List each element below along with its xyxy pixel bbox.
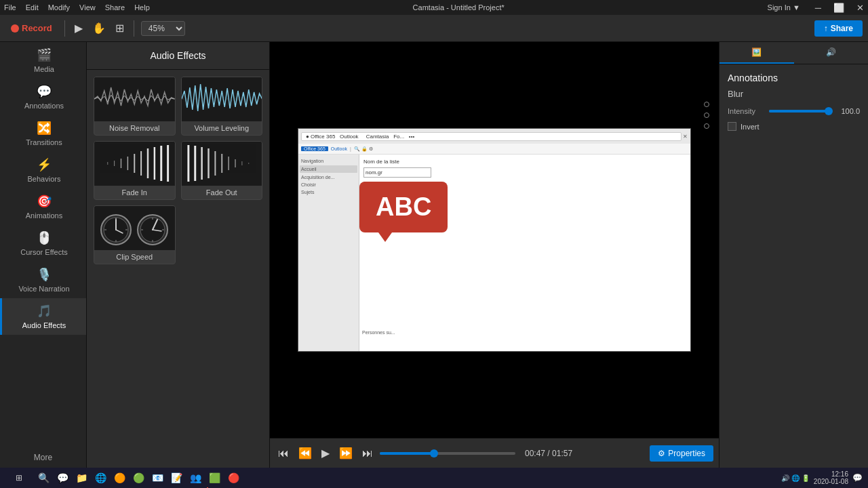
- volume-leveling-thumb: [182, 77, 262, 121]
- start-button[interactable]: ⊞: [5, 470, 33, 485]
- menu-file[interactable]: File: [4, 3, 16, 12]
- panel-title: Audio Effects: [87, 42, 269, 70]
- volume-leveling-label: Volume Leveling: [182, 121, 262, 135]
- menu-edit[interactable]: Edit: [26, 3, 39, 12]
- prop-tab-visual[interactable]: 🖼️: [719, 42, 794, 64]
- toolbar-separator2: [134, 20, 134, 37]
- toolbar-separator: [64, 20, 65, 37]
- taskbar-onenote[interactable]: 📝: [168, 470, 184, 486]
- rewind-button[interactable]: ⏮: [275, 445, 292, 462]
- sign-in[interactable]: Sign In ▼: [768, 3, 800, 12]
- move-tool-button[interactable]: ✋: [90, 19, 108, 37]
- clip-speed-label: Clip Speed: [94, 250, 175, 264]
- notification-icon[interactable]: 💬: [852, 473, 863, 483]
- close-btn[interactable]: ✕: [856, 3, 864, 13]
- intensity-slider[interactable]: [769, 110, 832, 113]
- more-button[interactable]: More: [0, 447, 86, 468]
- record-dot-icon: [11, 24, 19, 33]
- behaviors-icon: ⚡: [37, 157, 52, 172]
- menu-modify[interactable]: Modify: [48, 3, 70, 12]
- animations-icon: 🎯: [37, 194, 52, 209]
- taskbar-chrome[interactable]: 🟢: [130, 470, 146, 486]
- effects-panel: Audio Effects Noise Removal: [87, 42, 270, 468]
- intensity-thumb: [825, 107, 833, 115]
- time-display: 00:47 / 01:57: [525, 449, 572, 458]
- taskbar-icons-right: 🔊 🌐 🔋: [781, 474, 810, 482]
- record-button[interactable]: Record: [5, 20, 58, 36]
- menu-help[interactable]: Help: [134, 3, 150, 12]
- share-button[interactable]: ↑ Share: [814, 20, 863, 37]
- sidebar-item-audio[interactable]: 🎵 Audio Effects: [0, 298, 86, 335]
- sidebar-item-animations[interactable]: 🎯 Animations: [0, 188, 86, 225]
- taskbar-right: 🔊 🌐 🔋 12:16 2020-01-08 💬: [781, 470, 863, 485]
- taskbar-browser1[interactable]: 🌐: [92, 470, 108, 486]
- sidebar-item-behaviors[interactable]: ⚡ Behaviors: [0, 152, 86, 188]
- fade-in-label: Fade In: [94, 186, 175, 199]
- invert-checkbox[interactable]: [728, 122, 736, 131]
- taskbar-taskview[interactable]: 💬: [54, 470, 71, 486]
- step-forward-button[interactable]: ⏩: [336, 444, 355, 462]
- effect-fade-in[interactable]: Fade In: [94, 141, 176, 200]
- toolbar: Record ▶ ✋ ⊞ 45% 100% 75% 50% ↑ Share: [0, 15, 868, 42]
- step-back-button[interactable]: ⏪: [296, 444, 315, 462]
- media-icon: 🎬: [37, 47, 52, 62]
- share-icon: ↑: [824, 24, 828, 33]
- main-area: 🎬 Media 💬 Annotations 🔀 Transitions ⚡ Be…: [0, 42, 868, 468]
- fade-out-thumb: [182, 142, 262, 186]
- taskbar-camtasia-red[interactable]: 🔴: [225, 470, 241, 486]
- taskbar-clock: 12:16 2020-01-08: [814, 470, 848, 485]
- taskbar-mail[interactable]: 📧: [149, 470, 165, 486]
- properties-tabs: 🖼️ 🔊: [719, 42, 868, 64]
- sidebar-item-media[interactable]: 🎬 Media: [0, 42, 86, 79]
- taskbar-search[interactable]: 🔍: [35, 470, 52, 486]
- progress-bar[interactable]: [380, 452, 515, 455]
- crop-tool-button[interactable]: ⊞: [113, 19, 127, 37]
- sidebar-item-annotations[interactable]: 💬 Annotations: [0, 79, 86, 115]
- app-title: Camtasia - Untitled Project*: [159, 3, 758, 12]
- taskbar: ⊞ 🔍 💬 📁 🌐 🟠 🟢 📧 📝 👥 🟩 🔴 🔊 🌐 🔋 12:16 2020…: [0, 468, 868, 488]
- noise-removal-label: Noise Removal: [94, 121, 175, 135]
- intensity-value: 100.0: [836, 107, 860, 115]
- progress-thumb: [430, 449, 438, 458]
- zoom-select[interactable]: 45% 100% 75% 50%: [141, 21, 185, 36]
- sidebar-item-narration[interactable]: 🎙️ Voice Narration: [0, 262, 86, 298]
- prop-tab-audio[interactable]: 🔊: [794, 42, 869, 64]
- select-tool-button[interactable]: ▶: [72, 19, 85, 37]
- transitions-icon: 🔀: [37, 121, 52, 136]
- skip-forward-button[interactable]: ⏭: [359, 445, 376, 462]
- menu-view[interactable]: View: [79, 3, 96, 12]
- taskbar-explorer[interactable]: 📁: [73, 470, 90, 486]
- fade-out-label: Fade Out: [182, 186, 262, 199]
- preview-canvas: ● Office 365 Outlook Camtasia Fo... ••• …: [270, 42, 719, 438]
- cursor-icon: 🖱️: [37, 230, 52, 245]
- noise-removal-thumb: [94, 77, 175, 121]
- effect-fade-out[interactable]: Fade Out: [181, 141, 263, 200]
- sidebar-item-cursor[interactable]: 🖱️ Cursor Effects: [0, 225, 86, 262]
- prop-panel-subtitle: Blur: [728, 89, 860, 99]
- clip-speed-thumb: [94, 206, 175, 250]
- sidebar-item-transitions[interactable]: 🔀 Transitions: [0, 115, 86, 152]
- properties-panel: 🖼️ 🔊 Annotations Blur Intensity 100.0 In…: [719, 42, 868, 468]
- taskbar-camtasia-green[interactable]: 🟩: [206, 470, 222, 486]
- properties-button[interactable]: ⚙ Properties: [650, 445, 713, 462]
- taskbar-teams[interactable]: 👥: [187, 470, 203, 486]
- invert-checkbox-row: Invert: [728, 122, 860, 131]
- annotations-icon: 💬: [37, 84, 52, 99]
- intensity-row: Intensity 100.0: [728, 107, 860, 115]
- effects-grid: Noise Removal Volume Leveling: [87, 70, 269, 271]
- properties-content: Annotations Blur Intensity 100.0 Invert: [719, 64, 868, 139]
- minimize-btn[interactable]: ─: [815, 3, 821, 13]
- taskbar-browser2[interactable]: 🟠: [111, 470, 127, 486]
- sidebar: 🎬 Media 💬 Annotations 🔀 Transitions ⚡ Be…: [0, 42, 87, 468]
- menu-share[interactable]: Share: [105, 3, 125, 12]
- prop-panel-title: Annotations: [728, 73, 860, 83]
- effect-clip-speed[interactable]: Clip Speed: [94, 205, 176, 264]
- play-button[interactable]: ▶: [319, 444, 332, 462]
- intensity-label: Intensity: [728, 107, 765, 115]
- effect-noise-removal[interactable]: Noise Removal: [94, 77, 176, 136]
- effect-volume-leveling[interactable]: Volume Leveling: [181, 77, 263, 136]
- maximize-btn[interactable]: ⬜: [833, 3, 844, 13]
- preview-area: ● Office 365 Outlook Camtasia Fo... ••• …: [270, 42, 719, 468]
- abc-text: ABC: [376, 192, 431, 221]
- progress-fill: [380, 452, 434, 455]
